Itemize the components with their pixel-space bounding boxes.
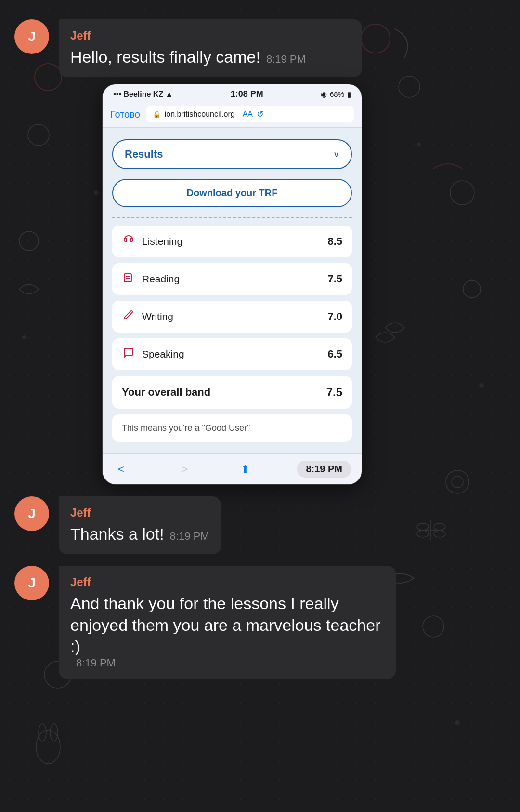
download-trf-button[interactable]: Download your TRF [112, 179, 352, 207]
message-time-1: 8:19 PM [266, 53, 306, 66]
signal-icon: ◉ [321, 90, 327, 99]
listening-icon [122, 234, 135, 249]
good-user-text: This means you're a "Good User" [122, 423, 250, 433]
sender-name-3: Jeff [70, 575, 384, 589]
message-row-1: J Jeff Hello, results finally came! 8:19… [0, 19, 520, 485]
speaking-icon [122, 347, 135, 361]
reading-label: Reading [142, 273, 327, 285]
message-row-2: J Jeff Thanks a lot! 8:19 PM [0, 496, 520, 554]
url-text: ion.britishcouncil.org [165, 110, 235, 119]
avatar-jeff-3: J [14, 566, 49, 600]
browser-back-nav[interactable]: < [113, 461, 129, 478]
status-time: 1:08 PM [231, 89, 263, 99]
browser-content: Results ∨ Download your TRF [103, 128, 362, 453]
share-icon[interactable]: ⬆ [241, 463, 249, 476]
wifi-icon: ▲ [166, 90, 173, 98]
avatar-jeff-2: J [14, 496, 49, 531]
battery-percent: 68% [330, 90, 344, 98]
reading-score: 7.5 [327, 273, 342, 285]
status-bar: ▪▪▪ Beeline KZ ▲ 1:08 PM ◉ 68% ▮ [103, 84, 362, 102]
signal-bars-icon: ▪▪▪ [113, 90, 123, 98]
sender-name-1: Jeff [70, 29, 351, 42]
chevron-down-icon: ∨ [333, 149, 339, 160]
score-row-writing: Writing 7.0 [112, 301, 352, 333]
score-row-speaking: Speaking 6.5 [112, 338, 352, 370]
sender-name-2: Jeff [70, 506, 209, 519]
speaking-label: Speaking [142, 348, 327, 360]
browser-bottom-bar: < > ⬆ 8:19 PM [103, 453, 362, 484]
message-text-3: And thank you for the lessons I really e… [70, 593, 384, 657]
refresh-icon[interactable]: ↺ [257, 109, 264, 120]
message-text-1: Hello, results finally came! [70, 46, 260, 67]
results-label: Results [125, 148, 163, 160]
overall-band-value: 7.5 [326, 386, 342, 399]
message-bubble-1: Jeff Hello, results finally came! 8:19 P… [59, 19, 362, 77]
message-bubble-3: Jeff And thank you for the lessons I rea… [59, 566, 396, 679]
browser-back-label[interactable]: Готово [110, 109, 140, 120]
listening-label: Listening [142, 236, 327, 247]
good-user-box: This means you're a "Good User" [112, 414, 352, 442]
message-time-3: 8:19 PM [76, 657, 116, 669]
overall-band-label: Your overall band [122, 386, 326, 399]
overall-band-row: Your overall band 7.5 [112, 376, 352, 409]
lock-icon: 🔒 [153, 110, 161, 118]
results-dropdown[interactable]: Results ∨ [112, 139, 352, 169]
aa-label[interactable]: AA [243, 110, 253, 119]
message-bubble-2: Jeff Thanks a lot! 8:19 PM [59, 496, 221, 554]
url-bar[interactable]: 🔒 ion.britishcouncil.org AA ↺ [146, 106, 354, 122]
score-row-listening: Listening 8.5 [112, 226, 352, 257]
nav-time: 8:19 PM [297, 461, 351, 478]
chat-container: J Jeff Hello, results finally came! 8:19… [0, 0, 520, 812]
reading-icon [122, 272, 135, 286]
speaking-score: 6.5 [327, 348, 342, 360]
writing-score: 7.0 [327, 310, 342, 323]
phone-screenshot: ▪▪▪ Beeline KZ ▲ 1:08 PM ◉ 68% ▮ Готово [102, 84, 362, 485]
writing-icon [122, 309, 135, 324]
battery-icon: ▮ [347, 90, 351, 99]
message-row-3: J Jeff And thank you for the lessons I r… [0, 566, 520, 679]
battery-area: ◉ 68% ▮ [321, 90, 351, 99]
message-text-2: Thanks a lot! [70, 523, 164, 545]
carrier-text: ▪▪▪ Beeline KZ ▲ [113, 90, 173, 99]
browser-bar: Готово 🔒 ion.britishcouncil.org AA ↺ [103, 102, 362, 128]
listening-score: 8.5 [327, 235, 342, 248]
writing-label: Writing [142, 311, 327, 322]
score-row-reading: Reading 7.5 [112, 263, 352, 295]
avatar-jeff-1: J [14, 19, 49, 54]
message-time-2: 8:19 PM [170, 530, 209, 543]
browser-forward-nav[interactable]: > [177, 461, 193, 478]
dotted-separator [112, 217, 352, 218]
